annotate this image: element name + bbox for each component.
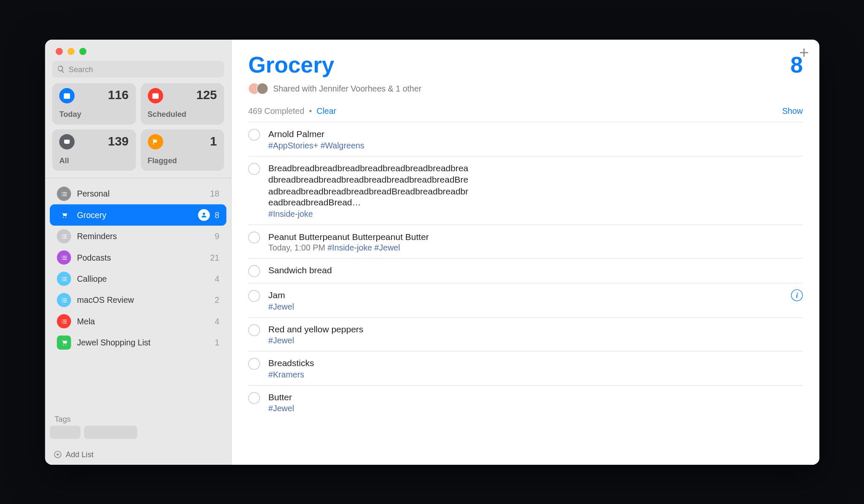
tag-chips bbox=[45, 426, 231, 443]
reminder-meta: #Jewel bbox=[268, 335, 469, 345]
flagged-card[interactable]: 1 Flagged bbox=[140, 129, 224, 170]
sidebar-list-item[interactable]: Mela4 bbox=[49, 310, 226, 332]
list-icon bbox=[57, 314, 71, 329]
sidebar-list-item[interactable]: Podcasts21 bbox=[49, 247, 226, 268]
main-panel: Grocery 8 Shared with Jennifer Voorhees … bbox=[232, 40, 819, 465]
list-title: Grocery bbox=[248, 52, 334, 78]
reminder-title: Breadbreadbreadbreadbreadbreadbreadbread… bbox=[268, 162, 469, 208]
reminder-meta: #Jewel bbox=[268, 301, 469, 310]
list-item-count: 1 bbox=[214, 338, 219, 347]
list-icon bbox=[57, 208, 71, 222]
lists-container: Personal18Grocery8Reminders9Podcasts21Ca… bbox=[45, 178, 231, 407]
reminder-item[interactable]: Breadsticks#Kramers bbox=[248, 350, 803, 385]
reminder-item[interactable]: Peanut Butterpeanut Butterpeanut ButterT… bbox=[248, 224, 803, 258]
list-item-count: 8 bbox=[214, 210, 219, 219]
list-name: Reminders bbox=[77, 232, 214, 241]
reminders-list: Arnold Palmer#AppStories+ #WalgreensBrea… bbox=[232, 121, 819, 464]
scheduled-count: 125 bbox=[196, 88, 217, 102]
add-list-button[interactable]: Add List bbox=[65, 450, 93, 458]
list-name: Calliope bbox=[77, 274, 214, 283]
flagged-count: 1 bbox=[210, 134, 216, 148]
completed-count: 469 Completed bbox=[248, 106, 304, 116]
reminder-hashtags[interactable]: #Inside-joke bbox=[268, 209, 313, 218]
reminder-item[interactable]: Red and yellow peppers#Jewel bbox=[248, 317, 803, 351]
reminder-item[interactable]: Breadbreadbreadbreadbreadbreadbreadbread… bbox=[248, 156, 803, 224]
flagged-label: Flagged bbox=[147, 156, 177, 164]
reminder-hashtags[interactable]: #Kramers bbox=[268, 369, 304, 378]
list-item-count: 9 bbox=[214, 232, 219, 241]
reminder-meta: #Jewel bbox=[268, 403, 469, 412]
list-icon bbox=[57, 293, 71, 307]
sidebar: Search 116 Today 125 Scheduled 139 All 1 bbox=[45, 40, 231, 465]
all-count: 139 bbox=[108, 134, 128, 148]
show-completed-button[interactable]: Show bbox=[782, 106, 802, 116]
reminder-checkbox[interactable] bbox=[248, 358, 260, 369]
sidebar-list-item[interactable]: Grocery8 bbox=[49, 204, 226, 225]
list-icon bbox=[57, 335, 71, 350]
search-placeholder: Search bbox=[68, 65, 93, 73]
avatar bbox=[256, 83, 268, 94]
list-icon bbox=[57, 250, 71, 264]
sidebar-list-item[interactable]: Personal18 bbox=[49, 183, 226, 204]
list-item-count: 2 bbox=[214, 295, 219, 305]
reminder-item[interactable]: Butter#Jewel bbox=[248, 385, 803, 419]
list-name: Jewel Shopping List bbox=[77, 338, 214, 347]
reminder-checkbox[interactable] bbox=[248, 392, 260, 404]
reminder-hashtags[interactable]: #Jewel bbox=[268, 335, 294, 345]
all-card[interactable]: 139 All bbox=[52, 129, 135, 170]
reminder-hashtags[interactable]: #AppStories+ #Walgreens bbox=[268, 140, 364, 149]
reminder-hashtags[interactable]: #Jewel bbox=[268, 301, 294, 310]
list-name: Personal bbox=[77, 189, 210, 198]
info-button[interactable]: i bbox=[791, 289, 803, 301]
fullscreen-window-button[interactable] bbox=[79, 48, 86, 55]
reminder-title: Red and yellow peppers bbox=[268, 323, 469, 334]
all-label: All bbox=[59, 156, 69, 164]
list-icon bbox=[57, 186, 71, 201]
flag-icon bbox=[151, 137, 159, 146]
reminder-checkbox[interactable] bbox=[248, 129, 260, 140]
minimize-window-button[interactable] bbox=[67, 48, 74, 55]
reminder-item[interactable]: Sandwich bread bbox=[248, 258, 803, 283]
reminder-title: Butter bbox=[268, 391, 469, 402]
tray-icon bbox=[62, 137, 71, 146]
today-label: Today bbox=[59, 110, 81, 119]
sidebar-list-item[interactable]: Reminders9 bbox=[49, 226, 226, 247]
reminder-checkbox[interactable] bbox=[248, 231, 260, 243]
scheduled-card[interactable]: 125 Scheduled bbox=[140, 83, 224, 124]
list-item-count: 21 bbox=[210, 253, 219, 262]
reminder-title: Breadsticks bbox=[268, 357, 469, 369]
reminder-hashtags[interactable]: #Jewel bbox=[268, 403, 294, 412]
list-item-count: 4 bbox=[214, 316, 219, 326]
reminder-checkbox[interactable] bbox=[248, 324, 260, 336]
reminder-checkbox[interactable] bbox=[248, 290, 260, 302]
shared-text: Shared with Jennifer Voorhees & 1 other bbox=[273, 84, 421, 93]
app-window: Search 116 Today 125 Scheduled 139 All 1 bbox=[45, 40, 819, 465]
smart-list-cards: 116 Today 125 Scheduled 139 All 1 Flagge… bbox=[45, 83, 231, 178]
sidebar-list-item[interactable]: macOS Review2 bbox=[49, 289, 226, 310]
tag-chip[interactable] bbox=[49, 426, 80, 439]
reminder-checkbox[interactable] bbox=[248, 162, 260, 174]
reminder-meta: #Inside-joke bbox=[268, 209, 469, 218]
list-item-count: 4 bbox=[214, 274, 219, 283]
tag-chip[interactable] bbox=[84, 426, 137, 439]
reminder-title: Sandwich bread bbox=[268, 264, 469, 276]
shared-info[interactable]: Shared with Jennifer Voorhees & 1 other bbox=[248, 83, 803, 94]
reminder-meta: #Kramers bbox=[268, 369, 469, 378]
reminder-item[interactable]: Arnold Palmer#AppStories+ #Walgreens bbox=[248, 121, 803, 156]
reminder-checkbox[interactable] bbox=[248, 265, 260, 277]
reminder-hashtags[interactable]: #Inside-joke #Jewel bbox=[327, 243, 400, 252]
reminder-meta: Today, 1:00 PM #Inside-joke #Jewel bbox=[268, 243, 469, 252]
clear-completed-button[interactable]: Clear bbox=[316, 106, 336, 116]
search-input[interactable]: Search bbox=[52, 61, 224, 77]
reminder-item[interactable]: Jam#Jeweli bbox=[248, 283, 803, 317]
reminder-title: Jam bbox=[268, 289, 469, 301]
sidebar-list-item[interactable]: Jewel Shopping List1 bbox=[49, 332, 226, 353]
today-card[interactable]: 116 Today bbox=[52, 83, 135, 124]
sidebar-list-item[interactable]: Calliope4 bbox=[49, 268, 226, 289]
svg-rect-0 bbox=[64, 93, 70, 99]
list-name: Grocery bbox=[77, 210, 198, 219]
today-count: 116 bbox=[108, 88, 128, 102]
list-icon bbox=[57, 272, 71, 286]
close-window-button[interactable] bbox=[55, 48, 62, 55]
list-name: Mela bbox=[77, 316, 214, 326]
